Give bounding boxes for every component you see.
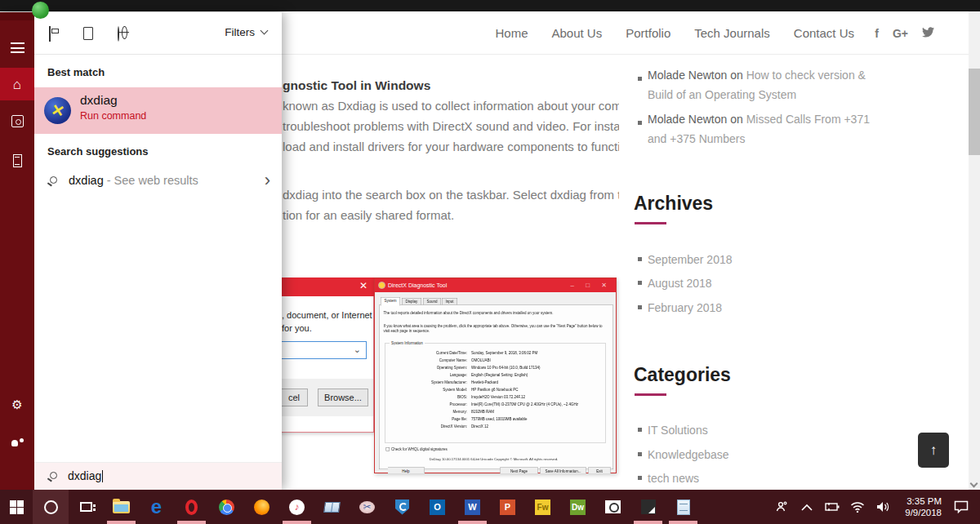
nav-about[interactable]: About Us — [552, 26, 603, 40]
category-item: Knowledgebase — [634, 448, 879, 461]
search-suggestion-item[interactable]: dxdiag - See web results › — [34, 167, 282, 198]
row-label: BIOS: — [457, 395, 467, 399]
taskbar-icon-word[interactable]: W — [455, 490, 490, 524]
row-label: Operating System: — [437, 366, 467, 370]
scissors-icon: ✂ — [359, 501, 375, 513]
documents-filter-icon[interactable] — [83, 27, 93, 40]
twitter-icon[interactable] — [922, 27, 934, 40]
bullet-icon — [638, 121, 642, 125]
taskbar-icon-file-explorer[interactable] — [104, 490, 139, 524]
show-hidden-icons-button[interactable] — [798, 490, 816, 524]
row-label: Computer Name: — [439, 358, 467, 362]
people-tray-button[interactable] — [773, 490, 791, 524]
taskbar-icon-itunes[interactable]: ♪ — [279, 490, 314, 524]
comment-author: Molade Newton — [648, 69, 727, 82]
blog-sidebar: Molade Newton on How to check version & … — [634, 0, 887, 490]
google-plus-icon[interactable]: G+ — [893, 27, 908, 40]
row-label: Processor: — [449, 402, 467, 406]
archive-link[interactable]: February 2018 — [648, 301, 722, 314]
browser-tab-favicon[interactable] — [32, 2, 49, 19]
taskbar-icon-notepad[interactable] — [666, 490, 701, 524]
task-view-icon — [80, 502, 92, 512]
desktop-screen: Home About Us Portfolio Tech Journals Co… — [0, 0, 980, 524]
wifi-tray-button[interactable] — [849, 490, 866, 524]
scroll-to-top-button[interactable]: ↑ — [918, 433, 949, 468]
run-dialog-titlebar: ✕ — [278, 278, 374, 296]
article-paragraph-line: tion for an easily shared format. — [283, 208, 454, 222]
category-link[interactable]: tech news — [648, 472, 699, 485]
categories-title: Categories — [634, 364, 731, 386]
taskbar-icon-camera[interactable] — [595, 490, 630, 524]
taskbar-icon-fireworks[interactable]: Fw — [525, 490, 560, 524]
taskbar-icon-dreamweaver[interactable]: Dw — [560, 490, 595, 524]
browser-scrollbar[interactable] — [969, 11, 980, 490]
article-paragraph-line: load and install drivers for your hardwa… — [283, 140, 619, 153]
nav-home[interactable]: Home — [495, 26, 528, 40]
best-match-result[interactable]: ✕ dxdiag Run command — [34, 87, 282, 134]
comment-connector: on — [727, 69, 746, 82]
volume-tray-button[interactable] — [874, 490, 892, 524]
apps-filter-icon[interactable] — [49, 26, 51, 42]
taskbar-icon-outlook[interactable]: O — [420, 490, 455, 524]
taskbar-icon-photo-viewer[interactable] — [630, 490, 666, 524]
home-button[interactable]: ⌂ — [0, 68, 34, 100]
suggestion-hint: - See web results — [104, 174, 198, 187]
row-value: Hewlett-Packard — [471, 380, 498, 384]
taskbar-icon-opera[interactable] — [174, 490, 209, 524]
taskbar-icon-chrome[interactable] — [209, 490, 244, 524]
archives-underline — [635, 222, 666, 224]
screenshots-button[interactable] — [0, 104, 34, 137]
bullet-icon — [638, 452, 642, 456]
nav-tech-journals[interactable]: Tech Journals — [694, 26, 770, 40]
taskbar-icon-powerpoint[interactable]: P — [490, 490, 525, 524]
person-icon — [775, 500, 788, 513]
home-icon: ⌂ — [13, 78, 21, 91]
category-link[interactable]: IT Solutions — [648, 424, 708, 437]
taskbar-icon-edge[interactable]: e — [139, 490, 174, 524]
task-view-button[interactable] — [69, 490, 104, 524]
taskbar-clock[interactable]: 3:35 PM 9/9/2018 — [899, 495, 942, 518]
row-label: System Model: — [443, 388, 467, 392]
row-label: Language: — [450, 373, 467, 377]
speaker-icon — [876, 501, 890, 513]
nav-portfolio[interactable]: Portfolio — [626, 26, 670, 40]
taskbar-icon-firefox[interactable] — [244, 490, 279, 524]
feedback-button[interactable] — [0, 427, 34, 460]
menu-button[interactable] — [0, 31, 34, 64]
taskbar-search-input[interactable]: dxdiag — [34, 462, 282, 490]
nav-contact[interactable]: Contact Us — [794, 26, 854, 40]
scrollbar-thumb[interactable] — [969, 69, 980, 155]
file-explorer-icon — [113, 501, 130, 513]
row-label: Page file: — [452, 417, 467, 421]
article-heading: gnostic Tool in Windows — [283, 78, 430, 93]
taskbar-icon-snipping-tool[interactable]: ✂ — [350, 490, 385, 524]
web-filter-icon[interactable] — [118, 26, 119, 42]
taskbar-icon-hotspot-shield[interactable] — [385, 490, 420, 524]
search-icon — [50, 472, 57, 479]
run-dialog-footer: cel Browse... — [278, 379, 373, 416]
action-center-button[interactable] — [949, 490, 973, 524]
category-item: IT Solutions — [634, 424, 879, 437]
filters-button[interactable]: Filters — [225, 26, 267, 38]
dxdiag-title: DirectX Diagnostic Tool — [388, 282, 447, 288]
category-link[interactable]: Knowledgebase — [648, 448, 729, 461]
archive-link[interactable]: September 2018 — [648, 253, 733, 266]
bullet-icon — [638, 476, 642, 480]
journal-icon — [13, 154, 22, 167]
checkbox-label: Check for WHQL digital signatures — [391, 447, 448, 451]
settings-button[interactable]: ⚙ — [0, 388, 34, 420]
journal-button[interactable] — [0, 144, 34, 177]
taskbar-icon-reader[interactable] — [314, 490, 350, 524]
search-icon — [50, 176, 57, 184]
row-value: InsydeH2O Version 03.72.24F.12 — [471, 395, 525, 399]
archive-link[interactable]: August 2018 — [648, 277, 712, 290]
battery-tray-button[interactable] — [823, 490, 841, 524]
start-button[interactable] — [0, 490, 33, 524]
firefox-icon — [254, 500, 270, 515]
cortana-button[interactable] — [33, 490, 69, 524]
run-combobox: ⌄ — [272, 341, 367, 359]
comment-connector: on — [727, 113, 746, 126]
facebook-icon[interactable]: f — [875, 27, 879, 40]
scrollbar-down-arrow[interactable] — [970, 480, 978, 488]
book-icon — [323, 502, 341, 513]
